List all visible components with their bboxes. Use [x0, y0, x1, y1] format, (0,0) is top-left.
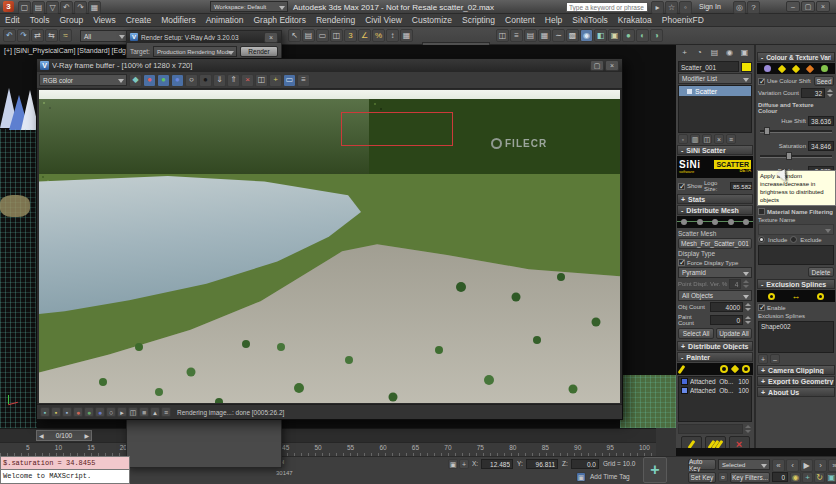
display-tab[interactable]: ▣ [738, 46, 751, 59]
list-item[interactable]: Shape002 [759, 322, 833, 331]
paint-diamond-icon[interactable] [731, 365, 739, 373]
auto-key-button[interactable]: Auto Key [688, 459, 716, 470]
material-editor-icon[interactable]: ◉ [580, 29, 593, 42]
menu-modifiers[interactable]: Modifiers [156, 14, 200, 27]
motion-tab[interactable]: ◉ [723, 46, 736, 59]
minimize-button[interactable]: – [786, 1, 800, 12]
select-and-link-icon[interactable]: ⇄ [31, 29, 44, 42]
vfb-blue-icon[interactable]: ● [95, 407, 105, 417]
mesh-point-icon[interactable] [712, 219, 718, 225]
render-iterative-icon[interactable]: ◐ [636, 29, 649, 42]
vfb-lens-icon[interactable]: ▴ [150, 407, 160, 417]
layer-manager-icon[interactable]: ▤ [524, 29, 537, 42]
timeline-ruler[interactable]: 5101520253035404550556065707580859095100 [0, 442, 656, 456]
vfb-alpha-icon[interactable]: ○ [106, 407, 116, 417]
rollout-distribute-objects[interactable]: +Distribute Objects [677, 341, 753, 351]
object-color-swatch[interactable] [741, 62, 752, 72]
named-selection-sets-icon[interactable]: ▦ [400, 29, 413, 42]
render-region-box[interactable] [341, 112, 453, 146]
vfb-red-icon[interactable]: ● [73, 407, 83, 417]
vfb-green-icon[interactable]: ● [84, 407, 94, 417]
target-combo[interactable]: Production Rendering Mode [153, 46, 237, 57]
key-set-combo[interactable]: Selected [718, 459, 770, 470]
menu-krakatoa[interactable]: Krakatoa [613, 14, 657, 27]
isolate-plus-button[interactable]: + [643, 457, 667, 483]
rollout-about-us[interactable]: +About Us [757, 387, 835, 397]
green-channel-icon[interactable]: ● [157, 74, 170, 87]
go-to-end-button[interactable]: » [828, 459, 836, 472]
delete-filter-button[interactable]: Delete [808, 267, 834, 277]
vfb-ab-icon[interactable]: ◫ [128, 407, 138, 417]
workspace-selector[interactable]: Workspace: Default [210, 1, 288, 12]
redo-icon[interactable]: ↷ [74, 1, 87, 14]
schematic-view-icon[interactable]: ▩ [566, 29, 579, 42]
undo-icon[interactable]: ↶ [3, 29, 16, 42]
include-radio[interactable] [758, 236, 765, 243]
vfb-compare-icon[interactable]: ▪ [62, 407, 72, 417]
z-coordinate-field[interactable] [571, 459, 599, 469]
orbit-icon[interactable]: ↻ [814, 472, 825, 483]
listener-output-line[interactable]: Welcome to MAXScript. [0, 470, 130, 484]
stamp-icon[interactable]: ≡ [297, 74, 310, 87]
rollout-export-to-geometry[interactable]: +Export to Geometry [757, 376, 835, 386]
time-slider[interactable]: ◀ 0/100 ▶ [36, 430, 92, 441]
vfb-close-button[interactable]: × [605, 60, 619, 71]
menu-views[interactable]: Views [88, 14, 121, 27]
spinner-snap-icon[interactable]: ↕ [386, 29, 399, 42]
menu-customize[interactable]: Customize [407, 14, 457, 27]
add-spline-button[interactable]: + [758, 354, 768, 364]
show-end-result-icon[interactable]: ▥ [690, 134, 700, 144]
hierarchy-tab[interactable]: ▤ [708, 46, 721, 59]
menu-help[interactable]: Help [540, 14, 567, 27]
slider-handle[interactable] [764, 127, 770, 135]
vfb-options-icon[interactable]: ≡ [161, 407, 171, 417]
exclusion-splines-list[interactable]: Shape002 [758, 321, 834, 353]
help-search-input[interactable] [566, 2, 648, 12]
go-to-start-button[interactable]: « [772, 459, 785, 472]
rollout-colour-texture-variation[interactable]: -Colour & Texture Variation [757, 52, 835, 62]
alpha-channel-icon[interactable]: ○ [185, 74, 198, 87]
align-icon[interactable]: ≡ [510, 29, 523, 42]
3dsmax-logo[interactable]: 3 [3, 1, 14, 12]
play-button[interactable]: ▶ [800, 459, 813, 472]
configure-modifier-icon[interactable]: ≡ [726, 134, 736, 144]
previous-frame-button[interactable]: ‹ [786, 459, 799, 472]
material-filtering-checkbox[interactable] [758, 208, 765, 215]
rollout-exclusion-splines[interactable]: -Exclusion Splines [757, 279, 835, 289]
variation-swatch-orange[interactable] [806, 64, 814, 72]
slider-handle[interactable] [786, 152, 792, 160]
remove-modifier-icon[interactable]: × [714, 134, 724, 144]
rollout-stats[interactable]: +Stats [677, 194, 753, 204]
rendered-frame-icon[interactable]: ▣ [608, 29, 621, 42]
search-go-icon[interactable]: ▸ [651, 1, 664, 14]
save-image-icon[interactable]: ⇓ [213, 74, 226, 87]
exclude-radio[interactable] [790, 236, 797, 243]
curve-editor-icon[interactable]: ∼ [552, 29, 565, 42]
render-button[interactable]: Render [240, 46, 278, 57]
mirror-icon[interactable]: ◫ [496, 29, 509, 42]
select-region-icon[interactable]: ▭ [316, 29, 329, 42]
variation-swatch-purple[interactable] [764, 65, 771, 72]
time-slider-left-arrow[interactable]: ◀ [39, 432, 44, 439]
rollout-distribute-mesh[interactable]: -Distribute Mesh [677, 205, 753, 215]
rollout-painter[interactable]: -Painter [677, 352, 753, 362]
menu-content[interactable]: Content [500, 14, 540, 27]
paint-circle-icon[interactable] [742, 365, 750, 373]
user-icon[interactable]: ◦ [679, 1, 692, 14]
select-object-icon[interactable]: ↖ [288, 29, 301, 42]
force-display-checkbox[interactable] [678, 259, 685, 266]
save-file-icon[interactable]: ▽ [46, 1, 59, 14]
menu-animation[interactable]: Animation [201, 14, 249, 27]
track-bar[interactable]: ◀ 0/100 ▶ [0, 428, 656, 442]
vfb-stop-icon[interactable]: ■ [139, 407, 149, 417]
channel-combo[interactable]: RGB color [39, 74, 127, 86]
add-time-tag[interactable]: Add Time Tag [590, 473, 630, 480]
time-tag-icon[interactable]: ▣ [576, 472, 586, 482]
vfb-history-icon[interactable]: ▸ [117, 407, 127, 417]
modify-tab[interactable]: ◔ [693, 46, 706, 59]
obj-count-spinner[interactable] [745, 302, 752, 312]
blue-channel-icon[interactable]: ● [171, 74, 184, 87]
snaps-toggle-icon[interactable]: 3 [344, 29, 357, 42]
key-filters-button[interactable]: Key Filters... [730, 472, 770, 483]
hue-shift-slider[interactable] [760, 127, 832, 135]
